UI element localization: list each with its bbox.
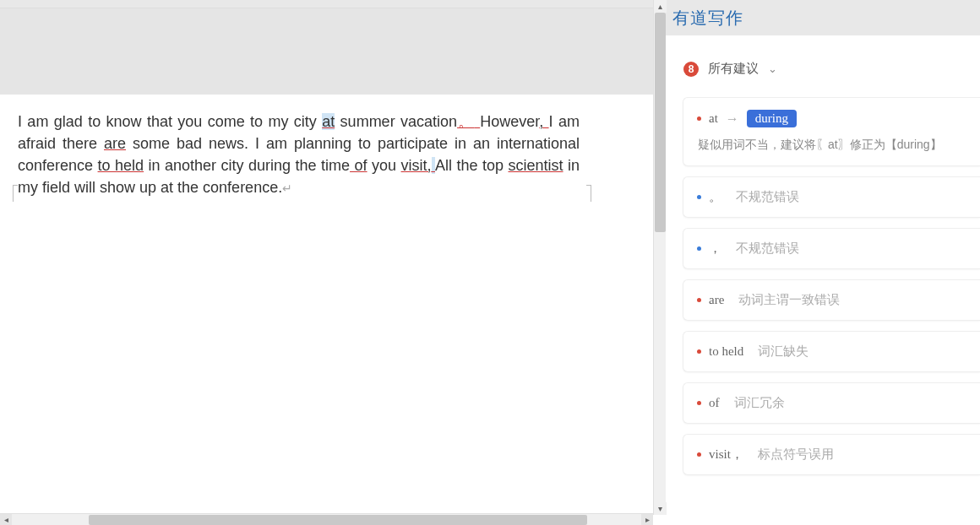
severity-dot-icon	[697, 452, 701, 457]
error-are[interactable]: are	[104, 135, 126, 152]
scroll-thumb-horizontal[interactable]	[89, 515, 587, 525]
horizontal-scrollbar[interactable]: ◂ ▸	[0, 513, 653, 525]
sidebar-header: 有道写作	[666, 0, 980, 35]
error-of[interactable]: of	[350, 157, 368, 174]
error-period[interactable]: 。	[457, 113, 475, 130]
scroll-left-icon[interactable]: ◂	[0, 514, 12, 525]
editor-top-gray	[0, 0, 653, 8]
suggestion-description: 疑似用词不当，建议将〖at〗修正为【during】	[697, 136, 966, 154]
text-segment: in another city during the time	[144, 157, 350, 174]
severity-dot-icon	[697, 116, 701, 121]
text-segment: summer vacation	[335, 113, 457, 130]
editor-page-margin	[0, 8, 653, 95]
suggestion-card-expanded[interactable]: at → during 疑似用词不当，建议将〖at〗修正为【during】	[683, 97, 980, 166]
text-however: However	[480, 113, 539, 130]
suggestion-word: visit，	[709, 447, 743, 463]
severity-dot-icon	[697, 298, 701, 302]
suggestion-word: are	[709, 293, 724, 307]
page-corner-right	[586, 185, 591, 202]
suggestions-label: 所有建议	[708, 61, 759, 77]
error-at[interactable]: at	[322, 113, 335, 130]
suggestion-type: 不规范错误	[736, 241, 799, 257]
vertical-scrollbar[interactable]: ▴ ▾	[653, 0, 666, 515]
suggestion-card[interactable]: ， 不规范错误	[683, 228, 980, 269]
scroll-right-icon[interactable]: ▸	[641, 514, 653, 525]
suggestion-word: ，	[709, 241, 721, 257]
suggestion-cards: at → during 疑似用词不当，建议将〖at〗修正为【during】 。 …	[666, 89, 980, 475]
suggestion-word: 。	[709, 189, 721, 205]
suggestion-type: 标点符号误用	[758, 447, 834, 463]
suggestion-card[interactable]: visit， 标点符号误用	[683, 434, 980, 475]
scroll-thumb-vertical[interactable]	[655, 13, 666, 232]
paragraph-mark-icon: ↵	[282, 181, 292, 195]
suggestion-card[interactable]: to held 词汇缺失	[683, 331, 980, 372]
error-toheld[interactable]: to held	[98, 157, 144, 174]
replacement-chip[interactable]: during	[747, 110, 797, 127]
sidebar-title: 有道写作	[672, 7, 743, 30]
suggestion-word: of	[709, 396, 720, 410]
suggestion-type: 动词主谓一致错误	[738, 292, 840, 308]
error-comma[interactable]: ,	[539, 113, 548, 130]
error-scientist[interactable]: scientist	[509, 157, 564, 174]
document-text[interactable]: I am glad to know that you come to my ci…	[18, 111, 580, 199]
severity-dot-icon	[697, 246, 701, 251]
text-segment: you	[368, 157, 401, 174]
scroll-up-icon[interactable]: ▴	[654, 0, 667, 13]
text-segment: I am glad to know that you come to my ci…	[18, 113, 322, 130]
error-visit[interactable]: visit,	[401, 157, 432, 174]
severity-dot-icon	[697, 349, 701, 354]
severity-dot-icon	[697, 401, 701, 405]
suggestion-word: to held	[709, 344, 743, 359]
suggestion-type: 不规范错误	[736, 189, 799, 205]
suggestion-type: 词汇冗余	[734, 395, 785, 411]
text-segment: All the top	[435, 157, 508, 174]
severity-dot-icon	[697, 195, 701, 199]
suggestion-type: 词汇缺失	[758, 344, 808, 360]
suggestion-card[interactable]: of 词汇冗余	[683, 382, 980, 424]
scroll-down-icon[interactable]: ▾	[654, 502, 667, 515]
suggestion-replacement-row: at → during	[697, 110, 966, 127]
suggestions-dropdown[interactable]: 8 所有建议 ⌄	[666, 35, 980, 89]
suggestion-card[interactable]: 。 不规范错误	[683, 176, 980, 218]
sidebar-panel: 有道写作 8 所有建议 ⌄ at → during 疑似用词不当，建议将〖at〗…	[666, 0, 980, 525]
arrow-right-icon: →	[726, 111, 739, 127]
chevron-down-icon: ⌄	[768, 62, 777, 75]
suggestion-card[interactable]: are 动词主谓一致错误	[683, 279, 980, 321]
suggestion-count-badge: 8	[683, 62, 699, 77]
editor-pane: I am glad to know that you come to my ci…	[0, 0, 666, 525]
original-word: at	[709, 111, 718, 126]
